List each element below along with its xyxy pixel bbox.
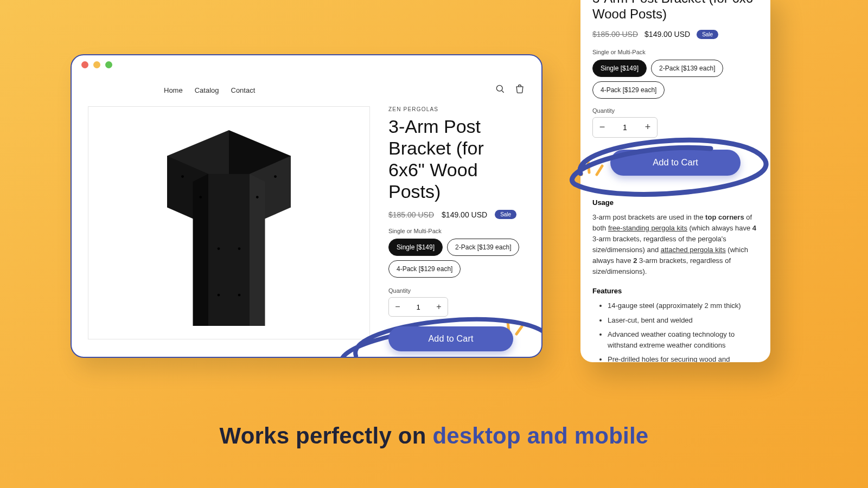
store-nav: Home Catalog Contact (164, 86, 255, 94)
headline-lead: Works perfectly on (220, 423, 433, 448)
svg-point-12 (218, 247, 220, 250)
headline-accent: desktop and mobile (432, 423, 648, 448)
product-image[interactable] (88, 106, 370, 339)
window-titlebar (72, 55, 541, 74)
svg-point-13 (238, 247, 241, 250)
add-to-cart-button[interactable]: Add to Cart (388, 326, 513, 351)
qty-decrease-button[interactable]: − (392, 302, 403, 312)
variant-2pack[interactable]: 2-Pack [$139 each] (447, 239, 519, 256)
variant-label: Single or Multi-Pack (388, 228, 525, 234)
qty-value: 1 (416, 303, 420, 311)
sale-badge-mobile: Sale (697, 30, 718, 39)
variant-label-mobile: Single or Multi-Pack (592, 49, 758, 55)
link-freestanding-kits-mobile[interactable]: free-standing pergola kits (608, 224, 687, 232)
svg-point-15 (238, 294, 241, 297)
quantity-stepper-mobile[interactable]: − 1 + (592, 117, 658, 138)
variant-single-mobile[interactable]: Single [$149] (592, 60, 647, 77)
variant-4pack-mobile[interactable]: 4-Pack [$129 each] (592, 81, 665, 99)
usage-heading-mobile: Usage (592, 198, 758, 207)
feature-item: 14-gauge steel (approximately 2 mm thick… (608, 300, 758, 311)
nav-contact[interactable]: Contact (231, 86, 256, 94)
qty-value-mobile: 1 (623, 123, 627, 132)
variant-2pack-mobile[interactable]: 2-Pack [$139 each] (651, 60, 723, 77)
svg-point-0 (496, 85, 502, 91)
quantity-label: Quantity (388, 287, 525, 294)
price-current: $149.00 USD (442, 210, 487, 219)
feature-item: Advanced weather coating technology to w… (608, 329, 758, 351)
variant-4pack[interactable]: 4-Pack [$129 each] (388, 260, 461, 278)
desktop-browser-window: Home Catalog Contact (71, 54, 542, 358)
product-title-mobile: 3-Arm Post Bracket (for 6x6" Wood Posts) (592, 0, 758, 22)
svg-point-8 (181, 175, 184, 178)
features-list: 14-gauge steel (approximately 2 mm thick… (592, 300, 758, 362)
feature-item: Laser-cut, bent and welded (608, 315, 758, 326)
qty-decrease-button-mobile[interactable]: − (595, 121, 609, 133)
features-heading: Features (592, 287, 758, 295)
store-header: Home Catalog Contact (72, 74, 541, 106)
window-minimize-icon[interactable] (93, 61, 100, 68)
mobile-device-frame: 3-Arm Post Bracket (for 6x6" Wood Posts)… (580, 0, 770, 362)
svg-point-9 (199, 196, 202, 198)
window-close-icon[interactable] (81, 61, 88, 68)
cart-icon[interactable] (514, 84, 525, 97)
window-zoom-icon[interactable] (105, 61, 112, 68)
svg-marker-5 (208, 174, 250, 326)
quantity-stepper[interactable]: − 1 + (388, 297, 448, 317)
product-title: 3-Arm Post Bracket (for 6x6" Wood Posts) (388, 115, 525, 202)
qty-increase-button[interactable]: + (433, 302, 444, 312)
price-compare: $185.00 USD (388, 210, 434, 219)
product-vendor: ZEN PERGOLAS (388, 106, 525, 112)
usage-text-mobile: 3-arm post brackets are used in the top … (592, 212, 758, 278)
variant-single[interactable]: Single [$149] (388, 239, 443, 256)
marketing-headline: Works perfectly on desktop and mobile (0, 423, 868, 449)
product-area: ZEN PERGOLAS 3-Arm Post Bracket (for 6x6… (72, 106, 541, 358)
price-current-mobile: $149.00 USD (644, 30, 690, 38)
nav-home[interactable]: Home (164, 86, 183, 94)
qty-increase-button-mobile[interactable]: + (641, 121, 655, 133)
svg-point-11 (256, 196, 259, 198)
search-icon[interactable] (495, 84, 506, 97)
feature-item: Pre-drilled holes for securing wood and … (608, 354, 758, 362)
link-attached-kits-mobile[interactable]: attached pergola kits (661, 246, 726, 254)
add-to-cart-button-mobile[interactable]: Add to Cart (610, 150, 741, 176)
svg-point-10 (274, 175, 277, 178)
product-details: ZEN PERGOLAS 3-Arm Post Bracket (for 6x6… (388, 106, 525, 358)
quantity-label-mobile: Quantity (592, 107, 758, 114)
price-compare-mobile: $185.00 USD (592, 30, 638, 38)
svg-point-14 (218, 294, 220, 297)
sale-badge: Sale (495, 210, 516, 219)
nav-catalog[interactable]: Catalog (195, 86, 219, 94)
